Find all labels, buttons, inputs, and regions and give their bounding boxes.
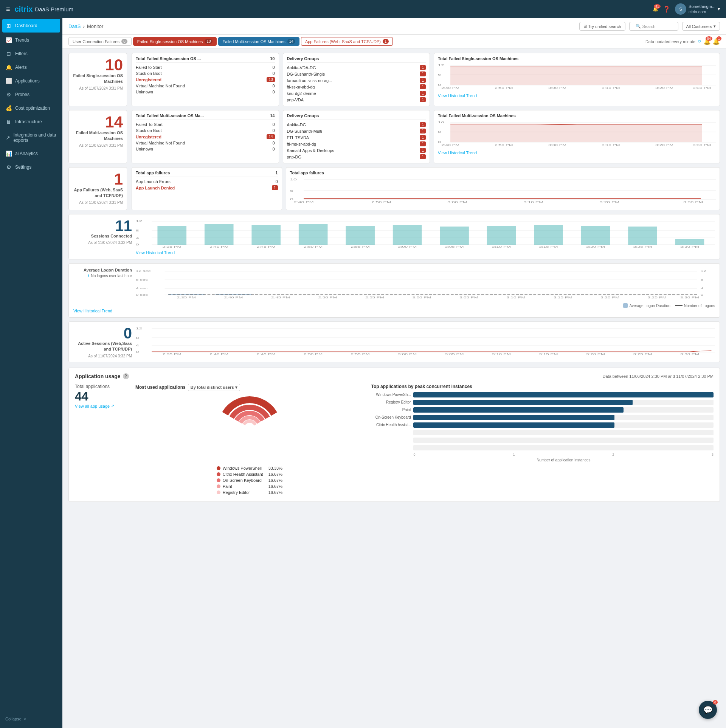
user-menu[interactable]: S Somethingm... citrix.com ▾ — [675, 3, 720, 15]
row-value: 0 — [272, 65, 275, 70]
dg-row-3: farbauti-xc-sr-ss-no-ag...1 — [287, 77, 426, 84]
view-trend-link-multi[interactable]: View Historical Trend — [438, 151, 477, 155]
citrix-logo-icon: citrix — [15, 5, 33, 14]
sidebar-item-probes[interactable]: ⚙ Probes — [0, 88, 62, 101]
alert-bell-2[interactable]: 🔔1 — [712, 38, 720, 45]
multi-session-dg-panel: Delivery Groups Ankita-DG1 DG-Sushanth-M… — [283, 110, 430, 163]
tab-meta: Data updated every minute ↺ 🔔54 🔔1 — [645, 38, 720, 45]
row-value: 0 — [272, 71, 275, 76]
collapse-label: Collapse — [5, 717, 22, 721]
ms-dg-row-5: Kamald-Apps & Desktops1 — [287, 147, 426, 154]
tab-app-failures-count: 1 — [383, 39, 389, 44]
row-label: Failed to Start — [136, 65, 161, 70]
sidebar-item-alerts[interactable]: 🔔 Alerts — [0, 61, 62, 74]
active-sessions-label: Active Sessions (Web,Saas and TCP/UDP) — [73, 341, 132, 352]
search-button[interactable]: 🔍 Search — [629, 22, 678, 31]
alert-bell-1[interactable]: 🔔54 — [703, 38, 711, 45]
axis-3: 3 — [712, 453, 714, 456]
sidebar-collapse-button[interactable]: Collapse « — [0, 713, 62, 725]
active-sessions-metric: 0 Active Sessions (Web,Saas and TCP/UDP)… — [73, 326, 132, 358]
sidebar-item-filters[interactable]: ⊟ Filters — [0, 47, 62, 61]
tab-user-connection-count: 0 — [121, 39, 127, 44]
detail-row-4: Virtual Machine Not Found 0 — [136, 83, 275, 89]
grid-icon: ⊞ — [583, 24, 587, 29]
unified-search-button[interactable]: ⊞ Try unified search — [579, 22, 625, 31]
legend-item-2: Citrix Health Assistant 16.67% — [217, 472, 282, 477]
svg-text:2:40 PM: 2:40 PM — [294, 201, 313, 203]
ms-dg-title: Delivery Groups — [287, 113, 426, 120]
svg-text:2:55 PM: 2:55 PM — [351, 352, 370, 355]
app-usage-section: Application usage ? Data between 11/06/2… — [68, 368, 720, 502]
ms-dg-row-4: fti-ms-sr-abd-dg1 — [287, 141, 426, 147]
sidebar-item-dashboard[interactable]: ⊞ Dashboard — [2, 19, 60, 33]
logon-info: ℹ No logons over last hour — [73, 274, 132, 278]
ms-dg-badge: 1 — [420, 148, 426, 153]
bar-item-6 — [371, 430, 714, 435]
bar-axis: 0 1 2 3 — [371, 453, 714, 456]
svg-text:2:55 PM: 2:55 PM — [365, 296, 384, 299]
dg-title-text: Delivery Groups — [287, 56, 319, 61]
donut-filter-dropdown[interactable]: By total distinct users ▾ — [188, 384, 240, 391]
view-all-app-usage-link[interactable]: View all app usage ↗ — [75, 404, 128, 408]
logon-label: Average Logon Duration — [73, 267, 132, 273]
breadcrumb-home-link[interactable]: DaaS — [68, 23, 81, 29]
multi-session-date: As of 11/07/2024 3:31 PM — [73, 143, 123, 147]
notifications-bell[interactable]: 🔔 91 — [653, 6, 658, 12]
single-session-section: 10 Failed Single-session OS Machines As … — [68, 53, 720, 106]
logon-info-text: No logons over last hour — [91, 274, 132, 278]
view-trend-sessions[interactable]: View Historical Trend — [136, 250, 175, 255]
svg-text:2:35 PM: 2:35 PM — [163, 245, 182, 248]
single-session-metric: 10 Failed Single-session OS Machines As … — [68, 53, 127, 106]
chat-float-button[interactable]: 💬 6 — [699, 701, 717, 719]
ms-dg-label: pnp-DG — [287, 155, 302, 159]
svg-text:2:40 PM: 2:40 PM — [441, 87, 459, 89]
detail-count-badge: 10 — [270, 56, 275, 61]
app-failures-label: App Failures (Web, SaaS and TCP/UDP) — [73, 187, 123, 199]
tab-app-failures[interactable]: App Failures (Web, SaaS and TCP/UDP) 1 — [301, 37, 393, 46]
sidebar-item-applications[interactable]: ⬜ Applications — [0, 74, 62, 88]
refresh-icon[interactable]: ↺ — [698, 39, 701, 44]
ms-row-label: Unregistered — [136, 135, 161, 139]
ms-dg-label: Kamald-Apps & Desktops — [287, 148, 334, 153]
logon-chart-area: 12 sec 8 sec 4 sec 0 sec 12 8 4 0 — [136, 267, 715, 303]
sidebar-item-integrations[interactable]: ↗ Integrations and data exports — [0, 129, 62, 147]
svg-rect-56 — [628, 227, 657, 245]
dg-badge: 1 — [420, 71, 426, 76]
tab-multi-session[interactable]: Failed Multi-session OS Machines 14 — [218, 37, 299, 46]
svg-text:12: 12 — [701, 269, 706, 272]
app-total-panel: Total applications 44 View all app usage… — [75, 384, 128, 496]
svg-text:3:05 PM: 3:05 PM — [445, 245, 464, 248]
svg-text:3:05 PM: 3:05 PM — [445, 352, 464, 355]
search-label: Search — [642, 24, 656, 29]
dashboard-content: 10 Failed Single-session OS Machines As … — [62, 48, 726, 728]
ms-dg-label: FTL TSVDA — [287, 135, 309, 140]
sidebar-item-trends[interactable]: 📈 Trends — [0, 33, 62, 47]
hamburger-menu[interactable]: ≡ — [6, 5, 10, 13]
view-trend-logon[interactable]: View Historical Trend — [73, 309, 112, 313]
external-link-icon: ↗ — [111, 404, 114, 408]
view-trend-link-single[interactable]: View Historical Trend — [438, 93, 477, 98]
dg-row-4: fti-ss-sr-abd-dg1 — [287, 84, 426, 90]
legend-pct-1: 33.33% — [265, 466, 282, 470]
svg-text:2:35 PM: 2:35 PM — [163, 352, 182, 355]
ms-dg-row-3: FTL TSVDA1 — [287, 134, 426, 141]
sidebar-item-analytics[interactable]: 📊 ai Analytics — [0, 147, 62, 160]
ms-row-1: Failed To Start0 — [136, 121, 275, 127]
ms-dg-badge: 1 — [420, 141, 426, 146]
sidebar-item-settings[interactable]: ⚙ Settings — [0, 160, 62, 174]
bar-fill-4 — [413, 415, 614, 420]
ms-detail-title-text: Total Failed Multi-session OS Ma... — [136, 113, 204, 118]
customers-dropdown[interactable]: All Customers ▾ — [682, 22, 720, 31]
multi-session-chart: 16 8 0 2:40 PM 2:50 PM 3:00 PM — [438, 120, 716, 150]
help-icon[interactable]: ❓ — [663, 6, 670, 13]
tab-user-connection[interactable]: User Connection Failures 0 — [68, 37, 132, 46]
ms-dg-label: fti-ms-sr-abd-dg — [287, 142, 316, 146]
sidebar-item-cost-optimization[interactable]: 💰 Cost optimization — [0, 101, 62, 115]
data-updated-label: Data updated every minute — [645, 39, 695, 44]
top-navigation: ≡ citrix DaaS Premium 🔔 91 ❓ S Something… — [0, 0, 726, 18]
app-usage-help-icon[interactable]: ? — [123, 373, 129, 379]
tab-single-session[interactable]: Failed Single-session OS Machines 10 — [133, 37, 217, 46]
ms-dg-row-6: pnp-DG1 — [287, 154, 426, 160]
sidebar-item-infrastructure[interactable]: 🖥 Infrastructure — [0, 115, 62, 129]
logon-metric: Average Logon Duration ℹ No logons over … — [73, 267, 132, 303]
